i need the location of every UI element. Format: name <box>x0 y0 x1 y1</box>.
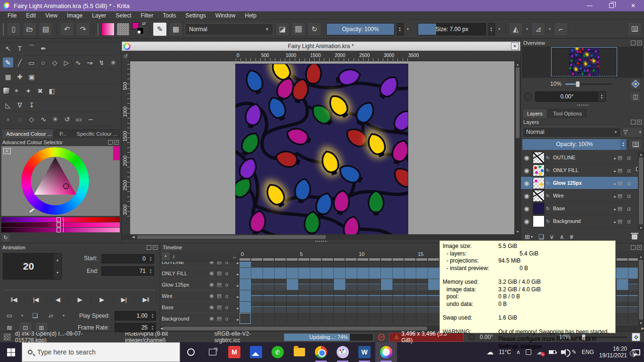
layer-row-wire[interactable]: ◉↻Wire▤α <box>521 189 644 202</box>
save-button[interactable]: ▤ <box>39 22 53 36</box>
statusbar-fit-button[interactable] <box>632 333 640 341</box>
timeline-cell[interactable] <box>617 279 628 290</box>
mirror-horizontal-caret[interactable]: ▾ <box>525 27 529 31</box>
tl-eye-icon[interactable]: ◉ <box>208 262 215 265</box>
timeline-cell[interactable] <box>310 268 322 279</box>
alpha-lock-icon[interactable]: α <box>625 205 633 212</box>
tool-color-sampler[interactable]: ⌖ <box>11 86 22 96</box>
show-docker-list-button[interactable] <box>627 22 642 36</box>
inherit-alpha-icon[interactable] <box>634 180 636 186</box>
render-animation-button[interactable]: ⊞ <box>36 323 47 332</box>
end-frame-spinbox[interactable]: 71 ▲▼ <box>101 266 154 276</box>
start-frame-spinbox[interactable]: 0 ▲▼ <box>101 254 154 263</box>
timeline-cell[interactable] <box>322 290 334 301</box>
timeline-cell[interactable] <box>381 268 393 279</box>
layer-opacity-spinner[interactable]: ▲▼ <box>620 139 627 150</box>
current-frame-spinbox[interactable]: 20 ▲▼ <box>3 253 62 280</box>
new-frame-button[interactable]: ▭ <box>4 311 15 320</box>
reload-preset-button[interactable]: ↻ <box>307 22 322 36</box>
timeline-cell[interactable] <box>287 268 298 279</box>
value-slider[interactable] <box>1 228 120 232</box>
timeline-cell[interactable] <box>357 268 369 279</box>
horizontal-scroll-thumb[interactable] <box>137 235 326 239</box>
alpha-lock-icon[interactable]: α <box>625 180 633 187</box>
timeline-scroll-left[interactable]: ◀ <box>160 326 163 331</box>
tool-gradient[interactable] <box>3 87 10 94</box>
timeline-cell[interactable] <box>310 290 322 301</box>
tool-select-rect[interactable]: ▫ <box>3 114 13 124</box>
timeline-cell[interactable] <box>251 302 263 313</box>
tool-select-magnetic[interactable]: ∽ <box>85 114 96 124</box>
timeline-cell[interactable] <box>298 262 310 267</box>
layer-lock-icon[interactable]: ▤ <box>616 206 624 212</box>
timeline-cell[interactable] <box>239 268 251 279</box>
timeline-cell[interactable] <box>381 290 393 301</box>
paint-button[interactable] <box>332 342 354 362</box>
end-spinner[interactable]: ▲▼ <box>148 268 154 274</box>
tool-multibrush[interactable]: ✳ <box>108 58 118 67</box>
timeline-cell[interactable] <box>617 268 628 279</box>
timeline-cell[interactable] <box>334 268 346 279</box>
pin-to-timeline-icon[interactable] <box>611 192 615 199</box>
timeline-cell[interactable] <box>416 290 428 301</box>
next-keyframe-button[interactable]: ▶| <box>113 293 135 306</box>
whatsapp-button[interactable]: ✆ <box>267 342 289 362</box>
add-layer-button[interactable]: ⊞▾ <box>525 233 533 240</box>
frame-rate-spinner[interactable]: ▲▼ <box>149 325 156 330</box>
brush-size-slider[interactable]: Size: 7.00 px <box>418 23 486 35</box>
layer-lock-icon[interactable]: ▤ <box>616 218 624 224</box>
timeline-cell[interactable] <box>357 302 369 313</box>
tool-assistants[interactable]: ∇ <box>15 100 25 110</box>
timeline-cell[interactable] <box>287 279 298 290</box>
tool-dynamic-brush[interactable]: ↯ <box>96 58 107 67</box>
tl-inherit-alpha-icon[interactable] <box>231 281 233 288</box>
tl-eye-icon[interactable]: ◉ <box>208 293 215 299</box>
document-close-button[interactable]: ✕ <box>511 42 519 50</box>
remove-frame-caret[interactable]: ▾ <box>61 313 66 318</box>
timeline-cell[interactable] <box>416 313 428 324</box>
tool-reference-images[interactable]: ↧ <box>26 100 37 110</box>
inherit-alpha-icon[interactable] <box>634 205 636 212</box>
overview-thumbnail-area[interactable] <box>522 47 643 78</box>
tl-pin-icon[interactable] <box>234 304 238 311</box>
menu-tools[interactable]: Tools <box>158 12 181 19</box>
timeline-scroll-thumb[interactable] <box>163 327 427 330</box>
timeline-cell[interactable] <box>275 262 287 267</box>
tl-alpha-icon[interactable]: α <box>223 316 230 321</box>
saturation-slider[interactable] <box>1 222 120 227</box>
size-spinner[interactable]: ▲▼ <box>488 23 495 35</box>
rotation-spinner[interactable]: ▲▼ <box>598 92 605 101</box>
mirror-view-button[interactable]: ◫ <box>630 91 641 102</box>
timeline-cell[interactable] <box>322 262 334 267</box>
size-options-caret[interactable]: ▾ <box>497 27 502 31</box>
tl-alpha-icon[interactable]: α <box>223 262 230 265</box>
timeline-cell[interactable] <box>334 313 346 324</box>
timeline-cell[interactable] <box>405 279 416 290</box>
hue-slider[interactable] <box>1 217 120 222</box>
tl-lock-icon[interactable]: ▤ <box>216 315 223 321</box>
close-button[interactable]: ✕ <box>622 0 644 11</box>
timeline-cell[interactable] <box>405 290 416 301</box>
tool-select-similar[interactable]: ✳ <box>50 114 60 124</box>
timeline-scroll-down[interactable]: ▼ <box>638 320 644 326</box>
remove-frame-button[interactable]: ▱ <box>45 311 57 320</box>
move-layer-up-button[interactable]: ∧ <box>560 233 564 240</box>
timeline-cell[interactable] <box>334 290 346 301</box>
tool-move[interactable]: ✚ <box>15 72 25 82</box>
tl-lock-icon[interactable]: ▤ <box>216 304 223 310</box>
dock-splitter-handle[interactable] <box>577 104 589 106</box>
delete-layer-button[interactable] <box>632 234 637 239</box>
duplicate-frame-button[interactable]: ❏ <box>29 311 41 320</box>
taskbar-search-input[interactable]: Type here to search <box>22 342 180 362</box>
menu-help[interactable]: Help <box>240 12 261 19</box>
menu-select[interactable]: Select <box>111 12 136 19</box>
open-document-button[interactable]: 🗁 <box>23 22 37 36</box>
layer-lock-icon[interactable]: ▤ <box>616 180 624 186</box>
tool-calligraphy[interactable]: ✒ <box>38 43 49 53</box>
timeline-cell[interactable] <box>239 279 251 290</box>
duplicate-layer-button[interactable]: ❏ <box>538 233 544 240</box>
tl-pin-icon[interactable] <box>234 293 238 299</box>
play-speed-spinbox[interactable]: 1.00 ▲▼ <box>115 311 156 321</box>
menu-image[interactable]: Image <box>62 12 87 19</box>
overview-close-icon[interactable]: ✕ <box>637 41 642 45</box>
